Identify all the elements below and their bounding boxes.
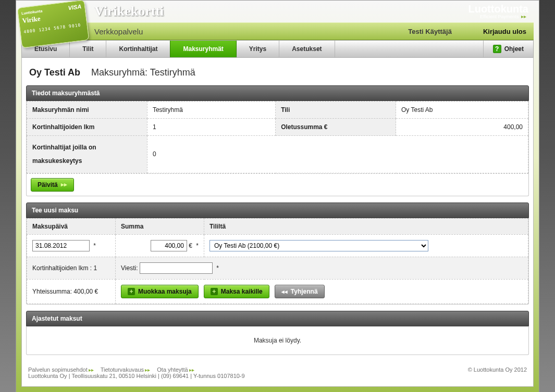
tab-tilit[interactable]: Tilit [70,41,106,57]
edit-payments-label: Muokkaa maksuja [138,288,192,295]
plus-icon: + [211,288,218,295]
footer-security-link[interactable]: Tietoturvakuvaus [101,366,144,373]
help-icon: ? [493,45,501,53]
company-logo-line2: Efficient Payments ▸▸ [468,14,528,19]
col-from: Tililtä [204,218,528,234]
page-company: Oy Testi Ab [29,67,80,78]
footer-address: Luottokunta Oy | Teollisuuskatu 21, 0051… [28,373,245,379]
arrow-right-icon: ▸▸ [61,181,67,188]
date-required: * [93,242,96,249]
total-text: Yhteissumma: 400,00 € [27,279,116,304]
payment-panel: Tee uusi maksu Maksupäivä Summa Tililtä … [26,203,529,305]
message-label: Viesti: [121,264,138,272]
scheduled-empty-text: Maksuja ei löydy. [27,326,528,355]
scheduled-panel: Ajastetut maksut Maksuja ei löydy. [26,311,529,355]
message-required: * [216,264,219,272]
footer-copyright: © Luottokunta Oy 2012 [468,366,527,379]
date-input[interactable] [32,240,90,251]
info-holders-label: Kortinhaltijoiden lkm [27,119,147,136]
clear-label: Tyhjennä [291,288,318,295]
from-account-select[interactable]: Oy Testi Ab (2100,00 €) [209,240,428,251]
pay-all-button[interactable]: + Maksa kaikille [204,285,269,298]
pay-all-label: Maksa kaikille [221,288,263,295]
info-suspended-label: Kortinhaltijat joilla on maksukeskeytys [27,136,147,173]
rewind-icon: ◂◂ [281,288,288,295]
info-panel: Tiedot maksuryhmästä Maksuryhmän nimi Te… [26,85,529,196]
message-input[interactable] [140,262,213,274]
update-button-label: Päivitä [38,181,58,188]
info-name-label: Maksuryhmän nimi [27,102,147,119]
plus-icon: + [128,288,135,295]
main-nav: Etusivu Tilit Kortinhaltijat Maksuryhmät… [21,40,534,58]
app-subtitle: Verkkopalvelu [94,27,143,36]
info-account-label: Tili [276,102,396,119]
page-breadcrumb: Maksuryhmä: Testiryhmä [91,67,195,78]
company-logo: Luottokunta Efficient Payments ▸▸ [468,4,528,19]
info-holders-value: 1 [147,119,275,136]
tab-maksuryhmat[interactable]: Maksuryhmät [170,41,236,57]
payment-panel-title: Tee uusi maksu [26,203,529,218]
info-default-label: Oletussumma € [276,119,396,136]
col-date: Maksupäivä [27,218,116,234]
update-button[interactable]: Päivitä ▸▸ [31,178,74,192]
currency-label: € [189,242,192,249]
arrow-right-icon: ▸▸ [89,367,94,373]
app-title: Virikekortti [94,4,164,19]
footer: Palvelun sopimusehdot▸▸ Tietoturvakuvaus… [26,361,529,379]
company-logo-line1: Luottokunta [468,4,528,14]
info-suspended-value: 0 [147,136,528,173]
info-name-value: Testiryhmä [147,102,275,119]
current-user: Testi Käyttäjä [408,28,452,35]
clear-button[interactable]: ◂◂ Tyhjennä [275,285,325,298]
info-panel-title: Tiedot maksuryhmästä [26,85,529,101]
tab-yritys[interactable]: Yritys [237,41,279,57]
arrow-right-icon: ▸▸ [145,367,150,373]
arrow-right-icon: ▸▸ [189,367,194,373]
card-image: VISA Luottokunta Virike 4800 1234 5678 9… [17,0,90,48]
footer-terms-link[interactable]: Palvelun sopimusehdot [28,366,88,373]
help-link[interactable]: ? Ohjeet [483,41,533,57]
edit-payments-button[interactable]: + Muokkaa maksuja [121,285,199,298]
tab-asetukset[interactable]: Asetukset [279,41,335,57]
scheduled-panel-title: Ajastetut maksut [26,311,529,326]
amount-required: * [196,242,199,249]
tab-kortinhaltijat[interactable]: Kortinhaltijat [106,41,170,57]
info-default-value: 400,00 [396,119,528,136]
amount-input[interactable] [151,240,187,251]
holders-count-text: Kortinhaltijoiden lkm : 1 [27,257,116,279]
help-label: Ohjeet [504,45,524,53]
col-amount: Summa [116,218,204,234]
info-account-value: Oy Testi Ab [396,102,528,119]
logout-link[interactable]: Kirjaudu ulos [483,28,526,35]
footer-contact-link[interactable]: Ota yhteyttä [157,366,188,373]
